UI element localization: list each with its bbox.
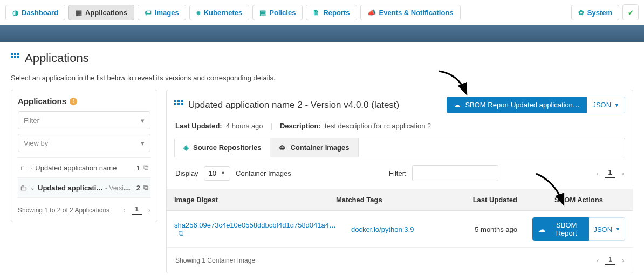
sidebar-footer-text: Showing 1 to 2 of 2 Applications <box>18 207 109 214</box>
nav-events[interactable]: 📣Events & Notifications <box>360 5 461 20</box>
sidebar-filter-input[interactable]: Filter ▾ <box>18 111 150 129</box>
svg-rect-10 <box>177 103 180 105</box>
filter-label: Filter: <box>389 169 407 177</box>
svg-rect-0 <box>11 53 13 55</box>
table-pager-bottom: ‹ 1 › <box>597 256 624 265</box>
sbom-format-dropdown[interactable]: JSON▼ <box>587 97 625 113</box>
tab-container-images[interactable]: ⛴Container Images <box>270 138 358 157</box>
folder-icon: 🗀 <box>20 164 27 172</box>
copy-icon[interactable]: ⧉ <box>179 229 183 237</box>
pager-next[interactable]: › <box>622 169 624 177</box>
reports-icon: 🗎 <box>313 9 320 17</box>
page-subtitle: Select an application in the list below … <box>11 74 633 82</box>
svg-rect-1 <box>14 53 16 55</box>
svg-rect-2 <box>17 53 19 55</box>
page-title: Applications <box>11 51 633 65</box>
cloud-download-icon: ☁ <box>454 101 461 109</box>
check-icon: ✔ <box>628 9 634 17</box>
sidebar-heading: Applications ! <box>18 97 150 106</box>
folder-icon: 🗀 <box>20 184 27 192</box>
svg-rect-4 <box>14 56 16 58</box>
status-ok-button[interactable]: ✔ <box>622 4 639 20</box>
table-row: sha256:09e73c4e10e0558ddbcbf4d1d758d041a… <box>167 211 633 248</box>
table-footer: Showing 1 Container Image ‹ 1 › <box>167 248 633 273</box>
applications-sidebar: Applications ! Filter ▾ View by ▾ 🗀 › Up… <box>11 90 157 222</box>
sbom-report-button[interactable]: ☁ SBOM Report Updated application name… <box>447 97 587 113</box>
top-nav: ◑Dashboard ▦Applications 🏷Images ⎈Kubern… <box>0 0 644 25</box>
chevron-right-icon: › <box>30 165 32 171</box>
chevron-down-icon: ▼ <box>614 102 619 108</box>
kubernetes-icon: ⎈ <box>196 9 201 17</box>
chevron-down-icon: ⌄ <box>30 185 35 191</box>
svg-rect-8 <box>181 100 183 102</box>
container-icon: ⛴ <box>279 143 286 152</box>
svg-rect-9 <box>174 103 176 105</box>
nav-system[interactable]: ✿System <box>571 5 619 20</box>
page: Applications Select an application in th… <box>0 42 644 275</box>
dashboard-icon: ◑ <box>12 9 18 17</box>
sidebar-viewby-select[interactable]: View by ▾ <box>18 134 150 152</box>
svg-rect-5 <box>17 56 19 58</box>
gear-icon: ✿ <box>578 9 584 17</box>
chevron-down-icon: ▾ <box>141 139 145 147</box>
warning-icon: ! <box>70 98 77 105</box>
svg-rect-6 <box>174 100 176 102</box>
nav-applications[interactable]: ▦Applications <box>68 5 134 20</box>
nav-reports[interactable]: 🗎Reports <box>306 5 357 20</box>
svg-rect-7 <box>177 100 180 102</box>
pager-current: 1 <box>605 168 615 178</box>
svg-rect-3 <box>11 56 13 58</box>
main-panel: Updated application name 2 - Version v4.… <box>166 90 633 273</box>
sidebar-pager: ‹ 1 › <box>123 205 150 215</box>
policies-icon: ▤ <box>259 9 266 17</box>
nav-policies[interactable]: ▤Policies <box>252 5 303 20</box>
row-sbom-report-button[interactable]: ☁ SBOM Report <box>532 217 589 241</box>
grid-icon <box>174 100 183 110</box>
nav-kubernetes[interactable]: ⎈Kubernetes <box>189 5 250 20</box>
images-table: Image Digest Matched Tags Last Updated S… <box>167 189 633 248</box>
copy-icon: ⧉ <box>143 163 148 172</box>
nav-images[interactable]: 🏷Images <box>138 5 186 20</box>
row-last-updated: 5 months ago <box>460 219 525 240</box>
table-filter-input[interactable] <box>412 165 498 181</box>
main-tabs: ◈Source Repositories ⛴Container Images <box>174 138 625 157</box>
grid-icon: ▦ <box>76 9 82 17</box>
megaphone-icon: 📣 <box>367 9 376 17</box>
cloud-download-icon: ☁ <box>538 225 545 233</box>
pager-prev[interactable]: ‹ <box>123 207 125 214</box>
main-meta: Last Updated: 4 hours ago | Description:… <box>167 120 633 138</box>
image-tag-link[interactable]: docker.io/python:3.9 <box>351 225 414 233</box>
table-header: Image Digest Matched Tags Last Updated S… <box>167 189 633 211</box>
table-pager-top: ‹ 1 › <box>596 168 624 178</box>
chevron-down-icon: ▼ <box>615 226 620 232</box>
chevron-down-icon: ▼ <box>221 170 225 176</box>
main-title: Updated application name 2 - Version v4.… <box>188 100 441 111</box>
pager-next[interactable]: › <box>622 257 624 264</box>
svg-rect-11 <box>181 103 183 105</box>
table-toolbar: Display 10▼ Container Images Filter: ‹ 1… <box>167 157 633 189</box>
pager-current: 1 <box>132 205 142 215</box>
pager-current: 1 <box>605 256 615 265</box>
app-row[interactable]: 🗀 › Updated application name 1 ⧉ <box>18 158 150 178</box>
row-sbom-format-dropdown[interactable]: JSON▼ <box>589 217 625 241</box>
copy-icon: ⧉ <box>143 183 148 192</box>
nav-dashboard[interactable]: ◑Dashboard <box>5 5 65 20</box>
display-suffix: Container Images <box>236 169 291 177</box>
tag-icon: 🏷 <box>145 9 152 17</box>
pager-prev[interactable]: ‹ <box>597 257 599 264</box>
pager-next[interactable]: › <box>148 207 150 214</box>
sbom-report-button-group: ☁ SBOM Report Updated application name… … <box>447 97 625 113</box>
app-row-selected[interactable]: 🗀 ⌄ Updated applicati… - Version v4.0.0 … <box>18 178 150 198</box>
grid-icon <box>11 53 19 64</box>
display-count-select[interactable]: 10▼ <box>204 166 230 181</box>
filter-icon: ▾ <box>141 116 145 125</box>
tab-source-repositories[interactable]: ◈Source Repositories <box>175 138 270 157</box>
pager-prev[interactable]: ‹ <box>596 169 598 177</box>
image-digest-link[interactable]: sha256:09e73c4e10e0558ddbcbf4d1d758d041a… <box>174 221 336 229</box>
display-label: Display <box>175 169 198 177</box>
banner <box>0 25 644 42</box>
row-sbom-button-group: ☁ SBOM Report JSON▼ <box>532 217 625 241</box>
diamond-icon: ◈ <box>183 143 189 152</box>
